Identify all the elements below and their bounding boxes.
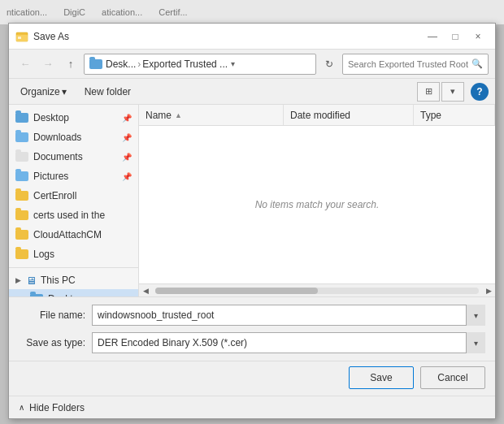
save-as-dialog: Save As — □ × ← → ↑ Desk... › Exported T… (8, 23, 496, 419)
bg-item-2: DigiC (63, 7, 85, 17)
address-breadcrumb: Desk... › Exported Trusted ... ▾ (106, 58, 235, 70)
title-bar: Save As — □ × (9, 24, 495, 50)
address-sep-1: › (137, 58, 141, 70)
address-part-1: Desk... (106, 58, 136, 70)
hide-folders-bar: ∧ Hide Folders (9, 396, 495, 418)
new-folder-button[interactable]: New folder (78, 84, 137, 100)
horizontal-scrollbar[interactable]: ◀ ▶ (139, 283, 495, 296)
maximize-button[interactable]: □ (445, 26, 466, 47)
organize-label: Organize (20, 86, 60, 97)
help-button[interactable]: ? (471, 83, 489, 101)
col-name-label: Name (146, 110, 172, 121)
hide-folders-label: Hide Folders (29, 402, 85, 413)
folder-icon (15, 228, 28, 241)
pin-icon: 📌 (122, 133, 132, 142)
col-header-date[interactable]: Date modified (284, 105, 414, 125)
view-button[interactable]: ⊞ (417, 82, 440, 102)
close-button[interactable]: × (467, 26, 489, 47)
hide-folders-button[interactable]: ∧ Hide Folders (19, 402, 85, 413)
filename-dropdown-icon[interactable]: ▾ (466, 305, 485, 326)
sidebar-item-certs[interactable]: certs used in the (9, 206, 138, 225)
nav-bar: ← → ↑ Desk... › Exported Trusted ... ▾ ↻… (9, 50, 495, 79)
filetype-dropdown-icon[interactable]: ▾ (466, 332, 485, 353)
scroll-track[interactable] (155, 288, 479, 294)
folder-icon (30, 292, 43, 296)
back-button[interactable]: ← (15, 54, 35, 74)
folder-icon (15, 111, 28, 124)
pin-icon: 📌 (122, 172, 132, 181)
organize-button[interactable]: Organize ▾ (15, 84, 72, 100)
up-button[interactable]: ↑ (61, 54, 80, 74)
sidebar-divider (9, 267, 138, 268)
background-bar: ntication... DigiC atication... Certif..… (0, 0, 504, 24)
sort-arrow-icon: ▲ (175, 111, 182, 119)
cancel-button[interactable]: Cancel (420, 366, 485, 389)
address-part-2: Exported Trusted ... (142, 58, 228, 70)
folder-icon (15, 248, 28, 261)
search-box[interactable]: 🔍 (342, 54, 489, 75)
this-pc-icon: 🖥 (24, 274, 37, 287)
scroll-thumb[interactable] (155, 288, 318, 294)
sidebar-item-documents[interactable]: Documents 📌 (9, 147, 138, 167)
bottom-form: File name: ▾ Save as type: ▾ (9, 296, 495, 361)
bg-item-1: ntication... (7, 7, 47, 17)
search-input[interactable] (348, 59, 468, 69)
sidebar-item-certenroll[interactable]: CertEnroll (9, 186, 138, 206)
title-bar-controls: — □ × (422, 26, 489, 47)
sidebar-item-logs[interactable]: Logs (9, 244, 138, 264)
pin-icon: 📌 (122, 114, 132, 123)
dialog-icon (15, 30, 28, 43)
col-header-type[interactable]: Type (414, 105, 495, 125)
address-folder-icon (89, 59, 102, 69)
sidebar-item-label: CloudAttachCM (33, 229, 102, 240)
chevron-up-icon: ∧ (19, 403, 24, 412)
file-list-body: No items match your search. (139, 126, 495, 283)
empty-message: No items match your search. (255, 199, 380, 210)
search-icon: 🔍 (471, 58, 483, 69)
refresh-button[interactable]: ↻ (319, 54, 339, 74)
svg-rect-2 (18, 37, 21, 39)
content-area: Desktop 📌 Downloads 📌 Documents 📌 (9, 105, 495, 296)
scroll-left-icon[interactable]: ◀ (139, 284, 152, 297)
filename-label: File name: (19, 309, 92, 321)
this-pc-label: This PC (41, 275, 76, 286)
folder-icon (15, 131, 28, 144)
folder-icon (15, 170, 28, 183)
filename-input-wrap: ▾ (92, 305, 485, 326)
sidebar: Desktop 📌 Downloads 📌 Documents 📌 (9, 105, 139, 296)
filetype-label: Save as type: (19, 337, 92, 348)
col-type-label: Type (420, 110, 441, 121)
toolbar: Organize ▾ New folder ⊞ ▾ ? (9, 79, 495, 105)
sidebar-item-label: Documents (33, 151, 83, 162)
save-button[interactable]: Save (349, 366, 414, 389)
scroll-right-icon[interactable]: ▶ (482, 284, 495, 297)
col-header-name[interactable]: Name ▲ (139, 105, 284, 125)
sidebar-item-cloudattach[interactable]: CloudAttachCM (9, 225, 138, 244)
sidebar-item-label: Desktop (33, 112, 69, 123)
filename-input[interactable] (92, 305, 485, 326)
minimize-button[interactable]: — (422, 26, 443, 47)
sidebar-item-label: Downloads (33, 132, 81, 143)
address-bar[interactable]: Desk... › Exported Trusted ... ▾ (84, 54, 316, 75)
forward-button[interactable]: → (38, 54, 58, 74)
folder-icon (15, 150, 28, 163)
this-pc-header[interactable]: ▶ 🖥 This PC (9, 271, 138, 289)
sidebar-item-label: certs used in the (33, 210, 105, 221)
pin-icon: 📌 (122, 153, 132, 162)
sidebar-item-desktop[interactable]: Desktop 📌 (9, 108, 138, 128)
filetype-input-wrap: ▾ (92, 332, 485, 353)
bg-item-3: atication... (102, 7, 142, 17)
sidebar-item-label: CertEnroll (33, 190, 76, 201)
sidebar-item-desktop-pc[interactable]: Desktop (9, 289, 138, 296)
sidebar-item-pictures[interactable]: Pictures 📌 (9, 167, 138, 186)
filetype-input[interactable] (92, 332, 485, 353)
chevron-down-icon: ▶ (15, 276, 21, 284)
sidebar-item-downloads[interactable]: Downloads 📌 (9, 128, 138, 147)
file-list-header: Name ▲ Date modified Type (139, 105, 495, 126)
organize-arrow-icon: ▾ (62, 86, 67, 97)
view-dropdown-button[interactable]: ▾ (441, 82, 464, 102)
col-date-label: Date modified (290, 110, 350, 121)
dialog-title: Save As (33, 31, 422, 42)
file-list: Name ▲ Date modified Type No items match… (139, 105, 495, 296)
filename-row: File name: ▾ (19, 304, 485, 327)
